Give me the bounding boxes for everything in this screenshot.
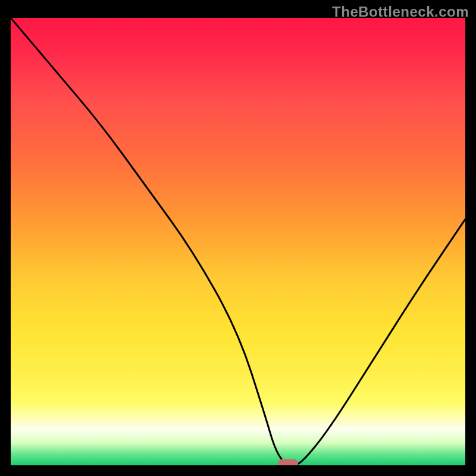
- optimal-marker: [278, 459, 298, 465]
- watermark-text: TheBottleneck.com: [332, 4, 469, 20]
- bottleneck-curve: [11, 18, 465, 465]
- curve-path: [11, 18, 465, 465]
- plot-area: [11, 18, 465, 465]
- chart-container: TheBottleneck.com: [0, 0, 476, 476]
